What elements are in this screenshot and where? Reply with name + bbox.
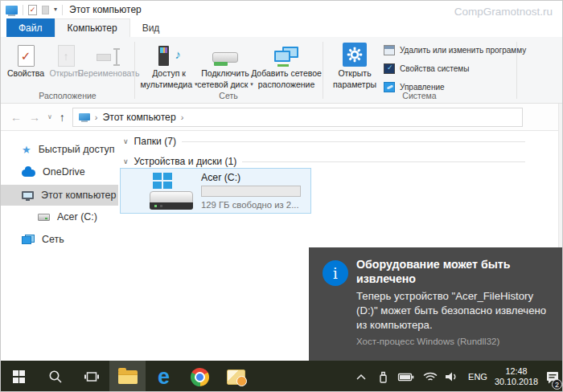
taskbar-edge[interactable] bbox=[146, 361, 182, 392]
search-icon bbox=[47, 369, 64, 385]
uninstall-program-icon bbox=[384, 45, 395, 55]
media-access-icon: ♪ bbox=[157, 41, 181, 67]
chevron-down-icon[interactable]: ∨ bbox=[123, 137, 129, 145]
open-settings-button[interactable]: Открыть параметры bbox=[329, 41, 380, 89]
section-divider bbox=[242, 161, 525, 162]
drive-tile-acer-c[interactable]: Acer (C:) 129 ГБ свободно из 2... bbox=[120, 168, 311, 214]
this-pc-icon bbox=[79, 113, 90, 120]
notification-count-badge: 2 bbox=[552, 379, 562, 390]
taskbar: ENG 12:48 30.10.2018 2 bbox=[1, 361, 563, 392]
title-bar: ▾ Этот компьютер CompGramotnost.ru bbox=[1, 1, 563, 18]
cloud-icon bbox=[22, 169, 35, 177]
forward-button[interactable]: → bbox=[29, 112, 40, 123]
window-icon bbox=[6, 6, 18, 14]
quick-access-properties-icon[interactable] bbox=[28, 5, 37, 15]
toast-body: Теперь устройство "Acer_FileHistory (D:)… bbox=[356, 289, 554, 333]
system-properties-icon bbox=[384, 63, 395, 74]
group-label-system: Система bbox=[323, 91, 516, 100]
media-access-button[interactable]: ♪ Доступ к мультимедиа▾ bbox=[142, 41, 195, 89]
rename-icon bbox=[95, 41, 122, 67]
tab-computer[interactable]: Компьютер bbox=[55, 18, 130, 37]
sidebar-item-quick-access[interactable]: Быстрый доступ bbox=[1, 139, 118, 160]
notification-toast[interactable]: i Оборудование может быть извлечено Тепе… bbox=[309, 247, 563, 361]
clock-time: 12:48 bbox=[495, 366, 538, 377]
address-bar: ← → ∨ ↑ › Этот компьютер › bbox=[1, 104, 563, 131]
toast-source: Хост-процесс Windows (Rundll32) bbox=[356, 337, 554, 346]
file-explorer-icon bbox=[118, 370, 138, 384]
breadcrumb-chevron[interactable]: › bbox=[181, 112, 184, 122]
start-button[interactable] bbox=[1, 361, 37, 392]
info-icon: i bbox=[323, 260, 348, 286]
ribbon: Свойства Открыть Переименовать Расположе… bbox=[1, 37, 563, 104]
uninstall-program-button[interactable]: Удалить или изменить программу bbox=[384, 43, 526, 57]
speaker-icon bbox=[444, 370, 460, 383]
group-label-network: Сеть bbox=[134, 91, 323, 100]
drive-name: Acer (C:) bbox=[201, 172, 240, 183]
address-field[interactable]: › Этот компьютер › bbox=[72, 108, 523, 127]
clock-date: 30.10.2018 bbox=[495, 377, 538, 387]
task-view-button[interactable] bbox=[73, 361, 109, 392]
recent-locations-icon[interactable]: ∨ bbox=[47, 113, 52, 120]
drive-usage-bar bbox=[201, 186, 301, 197]
drive-icon bbox=[38, 214, 50, 221]
tray-volume[interactable] bbox=[442, 361, 462, 392]
toast-title: Оборудование может быть извлечено bbox=[356, 257, 554, 286]
ribbon-tabs: Файл Компьютер Вид bbox=[1, 18, 563, 37]
hard-drive-icon bbox=[148, 173, 195, 210]
desktop: ▾ Этот компьютер CompGramotnost.ru Файл … bbox=[0, 0, 563, 392]
quick-access-dropdown-icon[interactable]: ▾ bbox=[54, 6, 57, 13]
search-button[interactable] bbox=[37, 361, 73, 392]
drive-free-space: 129 ГБ свободно из 2... bbox=[201, 200, 299, 210]
map-network-drive-button[interactable]: Подключить сетевой диск▾ bbox=[199, 41, 252, 89]
network-drive-icon bbox=[212, 41, 238, 67]
tab-view[interactable]: Вид bbox=[130, 18, 172, 37]
chevron-up-icon bbox=[354, 370, 368, 383]
taskbar-file-explorer[interactable] bbox=[109, 361, 146, 392]
properties-icon bbox=[18, 41, 35, 67]
tray-language[interactable]: ENG bbox=[464, 361, 491, 392]
battery-icon bbox=[397, 370, 415, 383]
sidebar-item-onedrive[interactable]: OneDrive bbox=[1, 161, 118, 182]
properties-button[interactable]: Свойства bbox=[6, 41, 46, 78]
tray-battery[interactable] bbox=[395, 361, 417, 392]
tray-show-hidden-icons[interactable] bbox=[351, 361, 371, 392]
star-icon bbox=[22, 145, 31, 155]
window-title: Этот компьютер bbox=[69, 4, 142, 15]
rename-button[interactable]: Переименовать bbox=[81, 41, 136, 78]
chrome-icon bbox=[191, 368, 209, 386]
sidebar-item-network[interactable]: Сеть bbox=[1, 229, 118, 250]
computer-icon bbox=[22, 191, 34, 199]
tray-usb[interactable] bbox=[372, 361, 393, 392]
chevron-down-icon[interactable]: ∨ bbox=[123, 157, 129, 165]
separator bbox=[23, 5, 23, 15]
wifi-icon bbox=[422, 370, 438, 383]
edge-icon bbox=[158, 366, 170, 388]
system-properties-button[interactable]: Свойства системы bbox=[384, 61, 469, 76]
breadcrumb-location[interactable]: Этот компьютер bbox=[103, 112, 176, 123]
outlook-icon bbox=[227, 370, 245, 385]
action-center-button[interactable]: 2 bbox=[541, 361, 563, 392]
taskbar-outlook[interactable] bbox=[218, 361, 254, 392]
network-location-icon bbox=[273, 41, 299, 67]
add-network-location-button[interactable]: Добавить сетевое расположение bbox=[252, 41, 321, 89]
separator bbox=[62, 5, 63, 15]
back-button[interactable]: ← bbox=[10, 112, 22, 123]
section-folders[interactable]: ∨ Папки (7) bbox=[123, 136, 525, 147]
tray-wifi[interactable] bbox=[419, 361, 442, 392]
network-icon bbox=[22, 235, 35, 244]
tray-clock[interactable]: 12:48 30.10.2018 bbox=[491, 361, 541, 392]
tab-file[interactable]: Файл bbox=[6, 18, 55, 37]
section-divider bbox=[182, 141, 525, 142]
taskbar-chrome[interactable] bbox=[182, 361, 218, 392]
sidebar-item-acer-c[interactable]: Acer (C:) bbox=[1, 206, 118, 227]
open-icon bbox=[58, 41, 75, 67]
quick-access-disabled-icon[interactable] bbox=[42, 6, 49, 14]
up-button[interactable]: ↑ bbox=[60, 112, 65, 123]
settings-gear-icon bbox=[343, 41, 367, 67]
breadcrumb-chevron[interactable]: › bbox=[95, 112, 98, 122]
group-separator bbox=[516, 42, 517, 99]
toast-text: Оборудование может быть извлечено Теперь… bbox=[356, 257, 554, 346]
watermark: CompGramotnost.ru bbox=[454, 6, 553, 18]
section-devices-drives[interactable]: ∨ Устройства и диски (1) bbox=[123, 156, 525, 167]
sidebar-item-this-pc[interactable]: Этот компьютер bbox=[1, 185, 118, 206]
